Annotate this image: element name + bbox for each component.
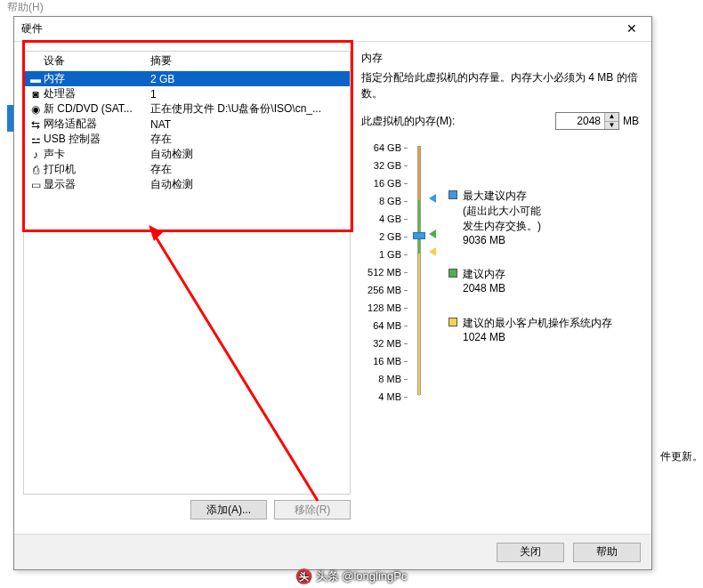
device-row-4[interactable]: ⚍USB 控制器存在 [24, 132, 350, 147]
tick-label: 64 GB [374, 142, 408, 153]
watermark-icon: 头 [296, 568, 312, 584]
memory-slider: 64 GB32 GB16 GB8 GB4 GB2 GB1 GB512 MB256… [361, 142, 639, 409]
legend-max-swatch [448, 190, 457, 199]
col-summary-label: 摘要 [150, 53, 346, 68]
svg-line-0 [154, 234, 318, 501]
tick-label: 8 MB [378, 374, 408, 384]
device-list-panel: 设备 摘要 ▬内存2 GB◙处理器1◉新 CD/DVD (SAT...正在使用文… [23, 51, 351, 495]
device-summary: 存在 [150, 132, 346, 147]
dialog-title: 硬件 [21, 21, 616, 36]
device-name: 显示器 [44, 177, 150, 192]
dialog-footer: 关闭 帮助 [14, 534, 651, 569]
memory-group-label: 内存 [361, 51, 639, 66]
legend-max-title: 最大建议内存 [463, 189, 541, 204]
watermark-text: 头条 @longlingPc [316, 568, 408, 584]
device-summary: 自动检测 [150, 177, 346, 192]
sound-icon: ♪ [28, 149, 44, 161]
tick-label: 8 GB [379, 196, 408, 206]
legend-rec-val: 2048 MB [463, 282, 505, 294]
legend-max-sub2: 发生内存交换。) [463, 219, 541, 234]
spin-down-icon[interactable]: ▼ [604, 122, 618, 130]
cpu-icon: ◙ [28, 88, 44, 101]
legend-rec: 建议内存 2048 MB [448, 267, 505, 294]
device-row-2[interactable]: ◉新 CD/DVD (SAT...正在使用文件 D:\U盘备份\ISO\cn_.… [24, 101, 350, 117]
col-device-label: 设备 [44, 53, 150, 68]
device-summary: NAT [150, 118, 346, 131]
legend-rec-title: 建议内存 [463, 267, 505, 282]
tick-label: 16 MB [373, 356, 408, 366]
slider-ticks: 64 GB32 GB16 GB8 GB4 GB2 GB1 GB512 MB256… [361, 142, 411, 409]
marker-column [427, 142, 445, 409]
close-button[interactable]: ✕ [616, 20, 648, 38]
tick-label: 32 GB [374, 160, 408, 171]
legend-max: 最大建议内存 (超出此大小可能 发生内存交换。) 9036 MB [448, 189, 541, 246]
device-summary: 1 [150, 88, 346, 101]
tick-label: 512 MB [368, 267, 408, 278]
device-header: 设备 摘要 [24, 52, 350, 71]
annotation-arrow [149, 225, 344, 510]
legend-rec-swatch [448, 269, 457, 278]
footer-close-button[interactable]: 关闭 [497, 543, 564, 562]
memory-input-label: 此虚拟机的内存(M): [361, 114, 552, 129]
slider-thumb[interactable] [413, 232, 425, 239]
legend-max-sub1: (超出此大小可能 [463, 204, 541, 219]
memory-input-row: 此虚拟机的内存(M): ▲ ▼ MB [361, 112, 639, 130]
tick-label: 256 MB [368, 285, 408, 295]
footer-help-button[interactable]: 帮助 [573, 543, 641, 562]
slider-track-col [411, 142, 427, 409]
title-bar: 硬件 ✕ [14, 17, 651, 42]
network-icon: ⇆ [28, 118, 44, 131]
legend-min: 建议的最小客户机操作系统内存 1024 MB [448, 316, 612, 343]
legend-min-val: 1024 MB [463, 331, 612, 343]
tick-label: 128 MB [368, 302, 408, 313]
svg-marker-1 [149, 225, 163, 241]
watermark: 头 头条 @longlingPc [296, 568, 408, 584]
tick-label: 32 MB [373, 338, 408, 349]
memory-icon: ▬ [28, 73, 44, 85]
slider-track[interactable] [417, 146, 421, 395]
usb-icon: ⚍ [28, 133, 44, 146]
dialog-content: 设备 摘要 ▬内存2 GB◙处理器1◉新 CD/DVD (SAT...正在使用文… [14, 42, 651, 534]
left-column: 设备 摘要 ▬内存2 GB◙处理器1◉新 CD/DVD (SAT...正在使用文… [23, 51, 351, 525]
device-row-5[interactable]: ♪声卡自动检测 [24, 147, 350, 162]
device-name: USB 控制器 [44, 132, 150, 147]
hardware-dialog: 硬件 ✕ 设备 摘要 ▬内存2 GB◙处理器1◉新 CD/DVD (SAT...… [13, 16, 652, 570]
device-summary: 自动检测 [150, 147, 346, 162]
memory-settings: 内存 指定分配给此虚拟机的内存量。内存大小必须为 4 MB 的倍数。 此虚拟机的… [358, 51, 642, 525]
memory-spinner[interactable]: ▲ ▼ [555, 112, 619, 130]
device-row-6[interactable]: ⎙打印机存在 [24, 162, 350, 177]
device-summary: 2 GB [150, 73, 346, 85]
memory-unit: MB [623, 115, 639, 127]
memory-input[interactable] [556, 113, 604, 129]
tick-label: 2 GB [379, 231, 408, 242]
legend: 最大建议内存 (超出此大小可能 发生内存交换。) 9036 MB 建议内存 20… [445, 142, 639, 409]
device-row-0[interactable]: ▬内存2 GB [24, 71, 350, 86]
tick-label: 64 MB [373, 320, 408, 331]
device-row-3[interactable]: ⇆网络适配器NAT [24, 117, 350, 132]
remove-button: 移除(R) [274, 500, 351, 520]
legend-min-title: 建议的最小客户机操作系统内存 [463, 316, 612, 331]
marker-rec-icon [429, 230, 436, 238]
device-name: 网络适配器 [44, 117, 150, 132]
device-name: 内存 [44, 71, 150, 86]
device-name: 声卡 [44, 147, 150, 162]
cd-icon: ◉ [28, 103, 44, 116]
bg-side-text: 件更新。 [660, 449, 703, 464]
device-row-1[interactable]: ◙处理器1 [24, 86, 350, 101]
legend-min-swatch [448, 318, 457, 326]
marker-max-icon [429, 194, 436, 203]
device-summary: 正在使用文件 D:\U盘备份\ISO\cn_... [150, 101, 346, 117]
device-row-7[interactable]: ▭显示器自动检测 [24, 177, 350, 192]
legend-max-val: 9036 MB [463, 234, 541, 246]
tick-label: 1 GB [379, 249, 408, 260]
tick-label: 16 GB [374, 178, 408, 189]
bg-menu-text: 帮助(H) [7, 0, 44, 15]
memory-desc: 指定分配给此虚拟机的内存量。内存大小必须为 4 MB 的倍数。 [361, 69, 639, 101]
marker-min-icon [429, 247, 436, 256]
device-name: 打印机 [44, 162, 150, 177]
device-buttons: 添加(A)... 移除(R) [23, 495, 351, 525]
tick-label: 4 GB [379, 213, 408, 224]
display-icon: ▭ [28, 179, 44, 191]
add-button[interactable]: 添加(A)... [190, 500, 267, 520]
printer-icon: ⎙ [28, 164, 44, 176]
